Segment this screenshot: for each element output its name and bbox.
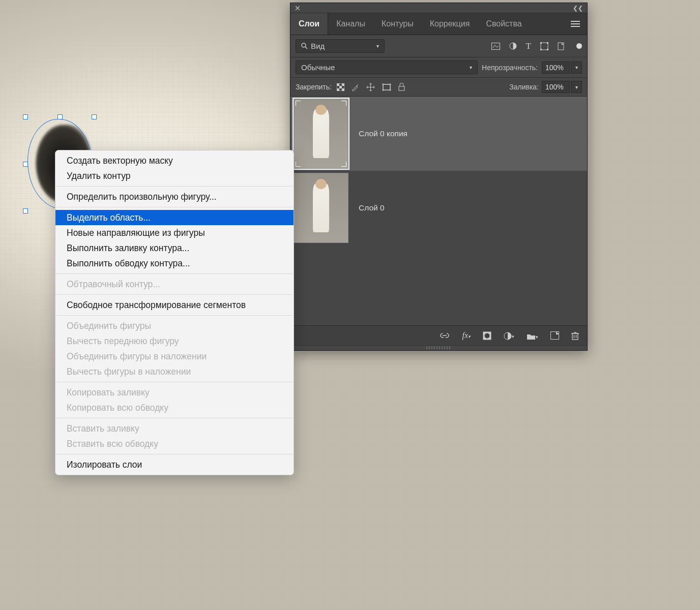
lock-position-icon[interactable] (366, 83, 375, 92)
filter-type-icon[interactable]: T (526, 41, 531, 51)
filter-type-icons: T (491, 41, 582, 51)
svg-rect-18 (342, 88, 344, 91)
tab-layers[interactable]: Слои (290, 13, 328, 35)
svg-rect-7 (541, 43, 548, 50)
fill-label: Заливка: (509, 83, 539, 91)
svg-rect-12 (558, 43, 564, 50)
context-menu-item[interactable]: Удалить контур (55, 168, 294, 184)
context-menu-item: Вычесть переднюю фигуру (55, 333, 294, 349)
new-group-icon[interactable]: ▾ (527, 331, 538, 340)
layer-row[interactable]: Слой 0 (290, 171, 587, 245)
menu-divider (56, 294, 293, 295)
lock-all-icon[interactable] (398, 83, 405, 91)
layer-name[interactable]: Слой 0 (352, 203, 385, 212)
context-menu-item: Вставить всю обводку (55, 436, 294, 451)
svg-rect-16 (339, 86, 342, 88)
lock-label: Закрепить: (296, 83, 332, 91)
layers-list: Слой 0 копия Слой 0 (290, 97, 587, 325)
menu-divider (56, 315, 293, 316)
svg-rect-8 (540, 42, 542, 44)
layer-row[interactable]: Слой 0 копия (290, 97, 587, 171)
fill-chevron[interactable]: ▾ (571, 81, 582, 93)
context-menu-item[interactable]: Создать векторную маску (55, 153, 294, 168)
panel-titlebar[interactable]: ✕ ❮❮ (290, 3, 587, 13)
svg-rect-15 (342, 83, 344, 86)
layer-filter-dropdown[interactable]: Вид ▾ (296, 39, 385, 53)
opacity-chevron[interactable]: ▾ (571, 62, 582, 74)
path-context-menu: Создать векторную маскуУдалить контурОпр… (55, 150, 294, 475)
lock-fill-row: Закрепить: Заливка: 100% ▾ (290, 78, 587, 97)
context-menu-item: Копировать всю обводку (55, 400, 294, 415)
context-menu-item: Копировать заливку (55, 385, 294, 400)
blend-mode-dropdown[interactable]: Обычные ▾ (296, 60, 478, 74)
search-icon (301, 43, 308, 49)
context-menu-item[interactable]: Определить произвольную фигуру... (55, 189, 294, 204)
tab-adjustments[interactable]: Коррекция (422, 13, 478, 35)
new-layer-icon[interactable] (550, 331, 559, 340)
menu-divider (56, 454, 293, 454)
link-layers-icon[interactable] (440, 332, 450, 339)
context-menu-item: Объединить фигуры (55, 318, 294, 333)
context-menu-item[interactable]: Выполнить заливку контура... (55, 240, 294, 256)
filter-smartobject-icon[interactable] (558, 42, 565, 50)
transform-handle-tc[interactable] (57, 114, 63, 119)
opacity-label: Непрозрачность: (482, 64, 538, 72)
layer-effects-icon[interactable]: fx▾ (462, 331, 471, 340)
panel-resize-grip[interactable] (290, 345, 587, 350)
context-menu-item[interactable]: Выделить область... (55, 210, 294, 225)
fill-input[interactable]: 100% (542, 81, 570, 93)
blend-opacity-row: Обычные ▾ Непрозрачность: 100% ▾ (290, 57, 587, 78)
add-mask-icon[interactable] (483, 331, 491, 340)
menu-divider (56, 382, 293, 382)
chevron-down-icon: ▾ (376, 43, 379, 49)
svg-rect-17 (337, 88, 339, 91)
layer-filter-row: Вид ▾ T (290, 35, 587, 57)
transform-handle-tl[interactable] (23, 114, 28, 119)
context-menu-item: Обтравочный контур... (55, 277, 294, 292)
lock-artboard-icon[interactable] (382, 83, 391, 91)
context-menu-item[interactable]: Выполнить обводку контура... (55, 256, 294, 271)
tab-paths[interactable]: Контуры (373, 13, 422, 35)
svg-rect-26 (399, 86, 404, 90)
svg-rect-11 (547, 49, 548, 50)
lock-transparency-icon[interactable] (337, 83, 344, 91)
transform-handle-bl[interactable] (23, 208, 28, 214)
close-icon[interactable]: ✕ (290, 4, 305, 12)
svg-rect-32 (572, 333, 578, 340)
collapse-icon[interactable]: ❮❮ (569, 5, 587, 12)
filter-shape-icon[interactable] (540, 42, 548, 50)
chevron-down-icon: ▾ (470, 65, 472, 70)
context-menu-item[interactable]: Новые направляющие из фигуры (55, 225, 294, 240)
menu-divider (56, 418, 293, 418)
tab-properties[interactable]: Свойства (478, 13, 530, 35)
menu-divider (56, 186, 293, 187)
layer-thumbnail[interactable] (294, 173, 348, 243)
menu-divider (56, 207, 293, 207)
transform-handle-ml[interactable] (23, 162, 28, 167)
opacity-input[interactable]: 100% (542, 62, 570, 74)
lock-pixels-icon[interactable] (352, 83, 359, 91)
svg-rect-10 (540, 49, 542, 50)
filter-pixel-icon[interactable] (491, 43, 500, 50)
context-menu-item: Вставить заливку (55, 421, 294, 436)
filter-toggle[interactable] (576, 43, 582, 49)
filter-label: Вид (311, 42, 325, 50)
delete-layer-icon[interactable] (571, 331, 579, 340)
adjustment-layer-icon[interactable]: ▾ (504, 331, 514, 340)
layer-thumbnail[interactable] (294, 99, 348, 169)
menu-divider (56, 273, 293, 274)
context-menu-item[interactable]: Изолировать слои (55, 457, 294, 472)
svg-rect-21 (383, 84, 390, 90)
transform-handle-tr[interactable] (92, 114, 97, 119)
tab-channels[interactable]: Каналы (328, 13, 373, 35)
svg-rect-31 (551, 332, 559, 340)
context-menu-item: Объединить фигуры в наложении (55, 349, 294, 364)
layer-name[interactable]: Слой 0 копия (352, 129, 407, 138)
context-menu-item[interactable]: Свободное трансформирование сегментов (55, 297, 294, 313)
blend-mode-value: Обычные (301, 63, 335, 72)
context-menu-item: Вычесть фигуры в наложении (55, 364, 294, 379)
svg-point-29 (485, 333, 490, 338)
panel-menu-icon[interactable] (564, 20, 587, 27)
svg-point-3 (302, 43, 306, 47)
filter-adjustment-icon[interactable] (509, 42, 517, 50)
